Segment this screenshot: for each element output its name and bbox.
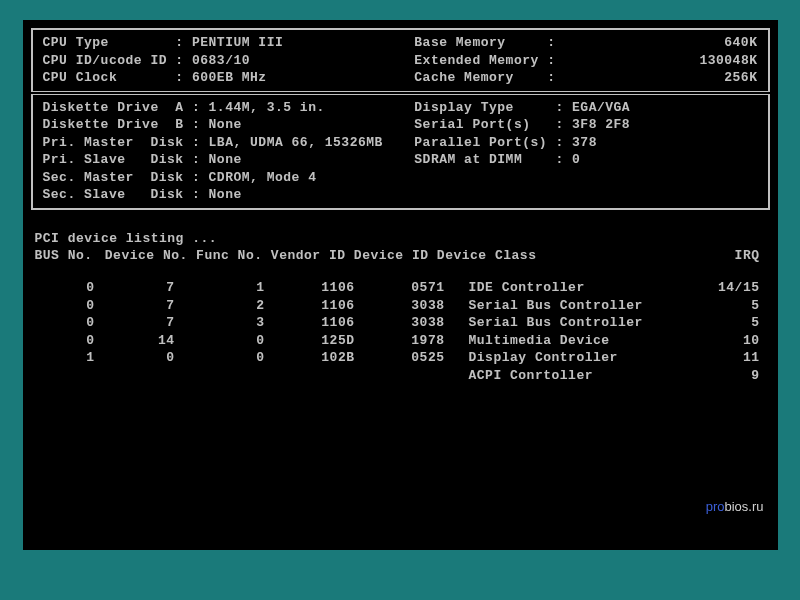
pci-class: Multimedia Device [445, 332, 655, 350]
ps-value: None [209, 151, 415, 169]
pci-bus [35, 367, 95, 385]
pci-bus: 0 [35, 332, 95, 350]
sdram-value: 0 [572, 151, 757, 169]
pci-func: 0 [175, 332, 265, 350]
pci-device: 14 [95, 332, 175, 350]
serial-port-value: 3F8 2F8 [572, 116, 757, 134]
pci-device-listing: PCI device listing ... BUS No. Device No… [31, 212, 770, 384]
pci-irq: 10 [655, 332, 766, 350]
pci-device-id: 0525 [355, 349, 445, 367]
pci-row: 0140125D1978Multimedia Device10 [35, 332, 766, 350]
pci-device-id: 3038 [355, 314, 445, 332]
cache-memory-label: Cache Memory [414, 69, 514, 87]
pci-row: ACPI Conrtoller9 [35, 367, 766, 385]
base-memory-value: 640K [564, 34, 758, 52]
display-type-label: Display Type [414, 99, 514, 117]
pci-row: 07211063038Serial Bus Controller5 [35, 297, 766, 315]
pci-device-id [355, 367, 445, 385]
cpu-id-label: CPU ID/ucode ID [43, 52, 168, 70]
cpu-memory-box: CPU Type : PENTIUM III Base Memory : 640… [31, 28, 770, 92]
pci-header-bus: BUS No. [35, 247, 97, 265]
pci-bus: 1 [35, 349, 95, 367]
pci-irq: 14/15 [655, 279, 766, 297]
base-memory-label: Base Memory [414, 34, 505, 52]
pci-device: 7 [95, 297, 175, 315]
pci-device: 7 [95, 314, 175, 332]
fda-label: Diskette Drive A [43, 99, 184, 117]
pci-func [175, 367, 265, 385]
pci-device-id: 0571 [355, 279, 445, 297]
pci-vendor: 102B [265, 349, 355, 367]
pci-class: Serial Bus Controller [445, 297, 655, 315]
pci-irq: 5 [655, 297, 766, 315]
cpu-clock-label: CPU Clock [43, 69, 118, 87]
pci-device: 7 [95, 279, 175, 297]
parallel-port-label: Parallel Port(s) [414, 134, 547, 152]
pci-class: ACPI Conrtoller [445, 367, 655, 385]
pci-class: IDE Controller [445, 279, 655, 297]
pm-label: Pri. Master Disk [43, 134, 184, 152]
ps-label: Pri. Slave Disk [43, 151, 184, 169]
pci-func: 3 [175, 314, 265, 332]
pci-header-irq: IRQ [716, 247, 766, 265]
pci-device [95, 367, 175, 385]
sm-label: Sec. Master Disk [43, 169, 184, 187]
watermark-part2: bios.ru [724, 499, 763, 514]
pci-bus: 0 [35, 279, 95, 297]
ext-memory-label: Extended Memory [414, 52, 539, 70]
pci-vendor: 1106 [265, 297, 355, 315]
pci-header-rest: Device No. Func No. Vendor ID Device ID … [97, 247, 716, 265]
pm-value: LBA, UDMA 66, 15326MB [209, 134, 415, 152]
display-type-value: EGA/VGA [572, 99, 757, 117]
fdb-label: Diskette Drive B [43, 116, 184, 134]
pci-device-id: 3038 [355, 297, 445, 315]
watermark-part1: pro [706, 499, 725, 514]
cache-memory-value: 256K [564, 69, 758, 87]
pci-irq: 11 [655, 349, 766, 367]
cpu-type-label: CPU Type [43, 34, 109, 52]
cpu-type-value: PENTIUM III [192, 34, 414, 52]
pci-func: 2 [175, 297, 265, 315]
sdram-label: SDRAM at DIMM [414, 151, 522, 169]
ext-memory-value: 130048K [564, 52, 758, 70]
cpu-id-value: 0683/10 [192, 52, 414, 70]
pci-header-row: BUS No. Device No. Func No. Vendor ID De… [35, 247, 766, 265]
pci-vendor: 1106 [265, 314, 355, 332]
pci-vendor: 1106 [265, 279, 355, 297]
watermark: probios.ru [706, 498, 764, 516]
serial-port-label: Serial Port(s) [414, 116, 530, 134]
pci-device-id: 1978 [355, 332, 445, 350]
pci-func: 0 [175, 349, 265, 367]
pci-vendor: 125D [265, 332, 355, 350]
bios-post-screen: CPU Type : PENTIUM III Base Memory : 640… [23, 20, 778, 550]
sm-value: CDROM, Mode 4 [209, 169, 415, 187]
pci-device: 0 [95, 349, 175, 367]
pci-row: 07111060571IDE Controller14/15 [35, 279, 766, 297]
pci-bus: 0 [35, 314, 95, 332]
parallel-port-value: 378 [572, 134, 757, 152]
pci-bus: 0 [35, 297, 95, 315]
pci-class: Display Controller [445, 349, 655, 367]
pci-func: 1 [175, 279, 265, 297]
fdb-value: None [209, 116, 415, 134]
cpu-clock-value: 600EB MHz [192, 69, 414, 87]
fda-value: 1.44M, 3.5 in. [209, 99, 415, 117]
pci-vendor [265, 367, 355, 385]
pci-row: 100102B0525Display Controller11 [35, 349, 766, 367]
ss-label: Sec. Slave Disk [43, 186, 184, 204]
pci-class: Serial Bus Controller [445, 314, 655, 332]
pci-row: 07311063038Serial Bus Controller5 [35, 314, 766, 332]
pci-title: PCI device listing ... [35, 230, 766, 248]
pci-irq: 9 [655, 367, 766, 385]
drives-ports-box: Diskette Drive A : 1.44M, 3.5 in. Displa… [31, 94, 770, 210]
ss-value: None [209, 186, 415, 204]
pci-irq: 5 [655, 314, 766, 332]
